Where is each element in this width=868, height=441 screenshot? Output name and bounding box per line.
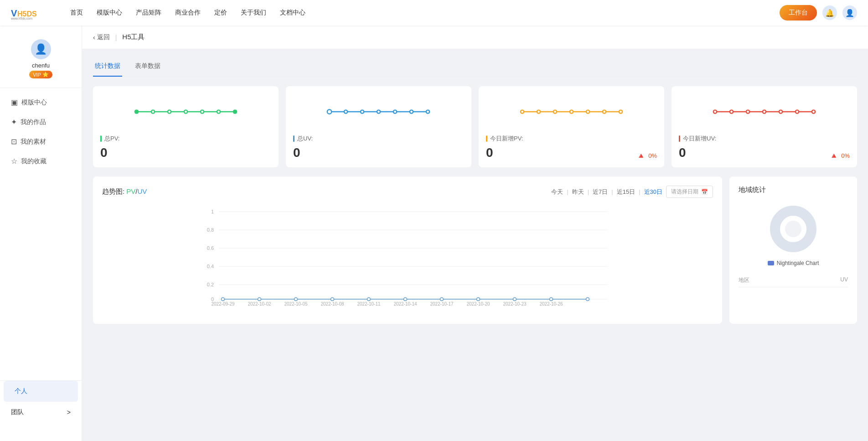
- svg-point-24: [713, 110, 717, 113]
- svg-text:2022-10-20: 2022-10-20: [466, 301, 490, 306]
- svg-point-25: [730, 110, 733, 113]
- svg-point-14: [393, 110, 397, 113]
- sidebar-item-favorites[interactable]: ☆ 我的收藏: [0, 151, 82, 171]
- sidebar-item-label: 我的作品: [21, 118, 46, 126]
- svg-text:2022-10-17: 2022-10-17: [430, 301, 454, 306]
- svg-text:0.4: 0.4: [207, 264, 214, 269]
- svg-text:2022-09-29: 2022-09-29: [211, 301, 235, 306]
- svg-point-22: [603, 110, 606, 113]
- svg-point-19: [553, 110, 557, 113]
- sidebar: 👤 chenfu VIP ⭐ ▣ 模版中心 ✦ 我的作品 ⊡ 我的素材 ☆ 我的: [0, 26, 82, 441]
- nav-docs[interactable]: 文档中心: [280, 9, 305, 17]
- logo: V H5DS www.h5ds.com: [11, 5, 52, 20]
- svg-point-15: [410, 110, 413, 113]
- svg-text:2022-10-02: 2022-10-02: [248, 301, 271, 306]
- filter-30days[interactable]: 近30日: [644, 188, 662, 196]
- svg-point-10: [327, 109, 332, 114]
- svg-point-11: [344, 110, 347, 113]
- svg-point-20: [570, 110, 573, 113]
- svg-text:1: 1: [211, 209, 214, 214]
- sidebar-bottom: 个人 团队 >: [0, 380, 82, 432]
- region-table: 地区 UV: [739, 274, 848, 291]
- sidebar-team[interactable]: 团队 >: [0, 402, 82, 423]
- date-picker[interactable]: 请选择日期 📅: [666, 186, 713, 198]
- svg-text:2022-10-11: 2022-10-11: [357, 301, 381, 306]
- svg-text:2022-10-14: 2022-10-14: [393, 301, 417, 306]
- region-table-body: [739, 287, 848, 291]
- personal-label: 个人: [15, 387, 27, 395]
- sidebar-personal[interactable]: 个人: [4, 381, 78, 402]
- nav-right: 工作台 🔔 👤: [780, 5, 857, 21]
- svg-text:2022-10-08: 2022-10-08: [320, 301, 344, 306]
- trend-uv-label: UV: [138, 187, 147, 195]
- date-placeholder: 请选择日期: [671, 188, 698, 196]
- sidebar-item-material[interactable]: ⊡ 我的素材: [0, 132, 82, 151]
- works-icon: ✦: [11, 118, 17, 126]
- today-uv-label-bar: [679, 135, 680, 142]
- stat-card-today-pv: 今日新增PV: 0 🔺 0%: [479, 86, 664, 167]
- today-pv-value: 0: [486, 145, 493, 160]
- svg-point-51: [513, 298, 517, 301]
- chart-legend: Nightingale Chart: [768, 260, 819, 266]
- today-uv-label: 今日新增UV:: [679, 135, 850, 143]
- pv-sparkline-chart: [100, 93, 271, 130]
- svg-point-47: [367, 298, 371, 301]
- sidebar-item-works[interactable]: ✦ 我的作品: [0, 112, 82, 132]
- svg-text:0.2: 0.2: [207, 282, 214, 287]
- nav-template[interactable]: 模版中心: [97, 9, 122, 17]
- svg-point-30: [812, 110, 815, 113]
- today-pv-stat-bottom: 今日新增PV: 0 🔺 0%: [486, 135, 657, 160]
- uv-value: 0: [293, 145, 464, 160]
- trend-chart-svg: 1 0.8 0.6 0.4 0.2 0: [102, 205, 713, 306]
- trend-header: 趋势图: PV/UV 今天 | 昨天 | 近7日 | 近15日 |: [102, 186, 713, 198]
- user-info: 👤 chenfu VIP ⭐: [0, 35, 82, 88]
- nav-about[interactable]: 关于我们: [241, 9, 266, 17]
- svg-point-45: [294, 298, 298, 301]
- breadcrumb-title: H5工具: [122, 33, 145, 42]
- uv-sparkline-chart: [293, 93, 464, 130]
- trend-pv-label: PV: [126, 187, 135, 195]
- svg-point-44: [258, 298, 261, 301]
- svg-point-50: [477, 298, 480, 301]
- filter-7days[interactable]: 近7日: [593, 188, 608, 196]
- bottom-section: 趋势图: PV/UV 今天 | 昨天 | 近7日 | 近15日 |: [93, 176, 857, 324]
- nav-pricing[interactable]: 定价: [214, 9, 227, 17]
- donut-chart: [766, 202, 821, 256]
- user-avatar[interactable]: 👤: [842, 5, 857, 20]
- notification-icon[interactable]: 🔔: [822, 5, 837, 20]
- tab-table[interactable]: 表单数据: [133, 58, 162, 77]
- legend-label: Nightingale Chart: [777, 260, 819, 266]
- workbench-button[interactable]: 工作台: [780, 5, 817, 21]
- svg-point-17: [521, 110, 524, 113]
- svg-point-23: [619, 110, 622, 113]
- nav-links: 首页 模版中心 产品矩阵 商业合作 定价 关于我们 文档中心: [70, 9, 780, 17]
- material-icon: ⊡: [11, 137, 17, 146]
- back-button[interactable]: ‹ 返回: [93, 33, 110, 42]
- pv-value: 0: [100, 145, 271, 160]
- region-col-uv: UV: [840, 276, 848, 284]
- svg-point-12: [361, 110, 364, 113]
- trend-filters: 今天 | 昨天 | 近7日 | 近15日 | 近30日 请选择日期 📅: [551, 186, 713, 198]
- today-pv-label: 今日新增PV:: [486, 135, 657, 143]
- filter-today[interactable]: 今天: [551, 188, 563, 196]
- nav-business[interactable]: 商业合作: [175, 9, 201, 17]
- tab-stats[interactable]: 统计数据: [93, 58, 122, 77]
- today-pv-label-bar: [486, 135, 487, 142]
- svg-point-29: [796, 110, 799, 113]
- svg-text:2022-10-23: 2022-10-23: [503, 301, 527, 306]
- stat-card-total-pv: 总PV: 0: [93, 86, 279, 167]
- region-title: 地域统计: [739, 186, 848, 194]
- uv-stat-bottom: 总UV: 0: [293, 135, 464, 160]
- sidebar-item-template[interactable]: ▣ 模版中心: [0, 93, 82, 112]
- svg-text:2022-10-05: 2022-10-05: [284, 301, 308, 306]
- svg-text:0.8: 0.8: [207, 227, 214, 233]
- filter-yesterday[interactable]: 昨天: [572, 188, 584, 196]
- back-label: 返回: [97, 33, 110, 42]
- filter-15days[interactable]: 近15日: [617, 188, 635, 196]
- main-content: ‹ 返回 | H5工具 统计数据 表单数据: [82, 26, 868, 441]
- nav-home[interactable]: 首页: [70, 9, 83, 17]
- svg-point-7: [201, 110, 204, 113]
- tab-bar: 统计数据 表单数据: [93, 58, 857, 77]
- nav-product[interactable]: 产品矩阵: [136, 9, 161, 17]
- region-col-area: 地区: [739, 276, 749, 284]
